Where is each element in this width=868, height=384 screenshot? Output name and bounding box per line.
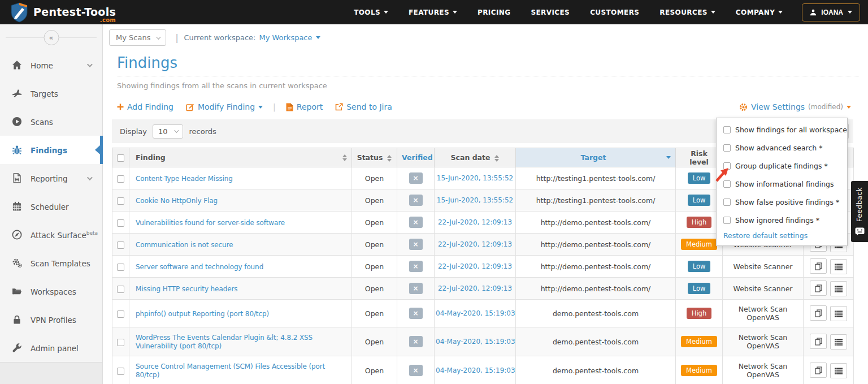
option-checkbox[interactable] <box>723 144 731 152</box>
verified-badge[interactable]: × <box>409 195 423 206</box>
col-header-status[interactable]: Status <box>352 148 397 167</box>
copy-finding-button[interactable] <box>810 334 827 349</box>
status-cell: Open <box>352 189 397 212</box>
finding-details-button[interactable] <box>830 334 847 350</box>
scan-date-link[interactable]: 04-May-2020, 15:19:03 <box>435 327 516 356</box>
finding-link[interactable]: Communication is not secure <box>136 241 233 249</box>
scan-date-link[interactable]: 04-May-2020, 15:19:03 <box>435 300 516 327</box>
topnav-item[interactable]: COMPANY <box>736 8 783 16</box>
restore-default-settings-link[interactable]: Restore default settings <box>723 231 847 240</box>
view-settings-button[interactable]: View Settings (modified) <box>739 102 851 111</box>
verified-badge[interactable]: × <box>409 336 423 347</box>
verified-badge[interactable]: × <box>409 239 423 250</box>
sidebar-item[interactable]: Targets <box>0 79 102 107</box>
col-header-scan-date[interactable]: Scan date <box>435 148 516 167</box>
col-header-finding[interactable]: Finding <box>129 148 352 167</box>
row-checkbox[interactable] <box>117 310 124 318</box>
row-checkbox[interactable] <box>117 175 124 183</box>
sidebar-item[interactable]: Admin panel <box>0 334 102 362</box>
finding-link[interactable]: Server software and technology found <box>136 263 263 271</box>
finding-link[interactable]: Cookie No HttpOnly Flag <box>136 197 218 205</box>
option-checkbox[interactable] <box>723 162 731 170</box>
row-checkbox[interactable] <box>117 219 124 227</box>
verified-badge[interactable]: × <box>409 283 423 294</box>
finding-link[interactable]: WordPress The Events Calendar Plugin &lt… <box>136 334 313 350</box>
view-settings-option[interactable]: Show false positive findings * <box>723 193 847 211</box>
option-checkbox[interactable] <box>723 199 731 206</box>
topnav-item[interactable]: RESOURCES <box>659 8 715 16</box>
add-finding-button[interactable]: Add Finding <box>117 102 173 111</box>
brand-logo[interactable]: Pentest-Tools.com <box>10 2 116 23</box>
finding-link[interactable]: phpinfo() output Reporting (port 80/tcp) <box>136 310 269 318</box>
sidebar-item[interactable]: Reporting <box>0 164 102 192</box>
copy-finding-button[interactable] <box>810 305 827 321</box>
my-scans-dropdown[interactable]: My Scans <box>109 29 166 46</box>
sidebar-item[interactable]: Scans <box>0 107 102 136</box>
sidebar-collapse-button[interactable]: « <box>44 30 59 45</box>
chevron-down-icon <box>87 62 93 67</box>
topnav-item[interactable]: TOOLS <box>354 8 388 16</box>
view-settings-option[interactable]: Show informational findings <box>723 175 847 193</box>
send-to-jira-button[interactable]: Send to Jira <box>335 102 392 111</box>
select-all-checkbox[interactable] <box>117 154 124 162</box>
topnav-item[interactable]: SERVICES <box>531 8 570 16</box>
sidebar-item[interactable]: Workspaces <box>0 277 102 305</box>
row-checkbox[interactable] <box>117 368 124 375</box>
report-button[interactable]: Report <box>286 102 323 111</box>
workspace-selector[interactable]: My Workspace <box>259 33 320 42</box>
verified-badge[interactable]: × <box>409 308 423 319</box>
row-checkbox[interactable] <box>117 241 124 249</box>
row-checkbox[interactable] <box>117 197 124 205</box>
option-checkbox[interactable] <box>723 180 731 188</box>
topnav-item[interactable]: FEATURES <box>409 8 457 16</box>
finding-link[interactable]: Content-Type Header Missing <box>136 175 233 183</box>
sidebar-item[interactable]: Scan Templates <box>0 249 102 277</box>
copy-finding-button[interactable] <box>810 258 827 274</box>
topnav-item[interactable]: CUSTOMERS <box>590 8 639 16</box>
view-settings-option[interactable]: Show findings for all workspaces <box>723 120 847 139</box>
verified-badge[interactable]: × <box>409 365 423 376</box>
option-checkbox[interactable] <box>723 126 731 133</box>
row-checkbox[interactable] <box>117 264 124 271</box>
copy-finding-button[interactable] <box>810 281 827 296</box>
verified-badge[interactable]: × <box>409 261 423 272</box>
finding-link[interactable]: Missing HTTP security headers <box>136 285 237 293</box>
verified-badge[interactable]: × <box>409 217 423 228</box>
sidebar-item[interactable]: Scheduler <box>0 192 102 221</box>
scan-date-link[interactable]: 22-Jul-2020, 12:09:13 <box>435 278 516 300</box>
view-settings-option[interactable]: Show advanced search * <box>723 139 847 157</box>
finding-details-button[interactable] <box>830 306 847 321</box>
col-header-verified[interactable]: Verified <box>397 148 435 167</box>
topnav-item[interactable]: PRICING <box>478 8 510 16</box>
scan-date-link[interactable]: 04-May-2020, 15:19:03 <box>435 356 516 384</box>
col-header-target[interactable]: Target <box>516 148 676 167</box>
caret-down-icon <box>847 106 851 109</box>
copy-finding-button[interactable] <box>810 363 827 378</box>
view-settings-option[interactable]: Group duplicate findings * <box>723 157 847 175</box>
scan-date-link[interactable]: 22-Jul-2020, 12:09:13 <box>435 212 516 234</box>
sidebar-item[interactable]: Findings <box>0 136 102 164</box>
sidebar-item[interactable]: Home <box>0 51 102 79</box>
feedback-tab[interactable]: Feedback <box>851 181 868 242</box>
finding-details-button[interactable] <box>830 259 847 274</box>
modify-finding-button[interactable]: Modify Finding <box>186 102 263 111</box>
user-account-button[interactable]: IOANA <box>802 3 860 21</box>
records-per-page-select[interactable]: 10 <box>153 124 184 139</box>
row-checkbox[interactable] <box>117 286 124 293</box>
finding-details-button[interactable] <box>830 281 847 296</box>
option-checkbox[interactable] <box>723 217 731 224</box>
finding-link[interactable]: Vulnerabilities found for server-side so… <box>136 219 285 227</box>
finding-link[interactable]: Source Control Management (SCM) Files Ac… <box>136 363 325 379</box>
scan-date-link[interactable]: 22-Jul-2020, 12:09:13 <box>435 234 516 256</box>
view-settings-option[interactable]: Show ignored findings * <box>723 211 847 229</box>
sidebar-item[interactable]: Attack Surfacebeta <box>0 221 102 249</box>
scan-date-link[interactable]: 22-Jul-2020, 12:09:13 <box>435 256 516 278</box>
scan-date-link[interactable]: 15-Jun-2020, 13:55:52 <box>435 189 516 212</box>
target-cell: http://testing1.pentest-tools.com/ <box>516 189 676 212</box>
finding-details-button[interactable] <box>830 363 847 378</box>
sidebar-item-icon <box>12 230 22 240</box>
row-checkbox[interactable] <box>117 339 124 346</box>
verified-badge[interactable]: × <box>409 172 423 184</box>
scan-date-link[interactable]: 15-Jun-2020, 13:55:52 <box>435 167 516 189</box>
sidebar-item[interactable]: VPN Profiles <box>0 305 102 334</box>
